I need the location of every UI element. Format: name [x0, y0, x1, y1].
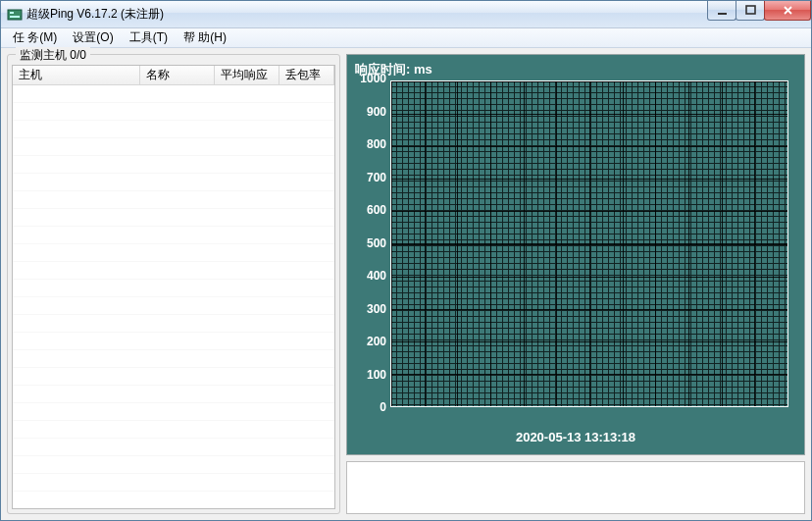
y-tick: 600: [367, 203, 386, 217]
right-stack: 响应时间: ms 1000 900 800 700 600 500 400 30…: [346, 54, 805, 514]
menu-help[interactable]: 帮 助(H): [176, 27, 234, 48]
chart-body: 1000 900 800 700 600 500 400 300 200 100…: [355, 78, 792, 421]
y-tick: 900: [367, 105, 386, 119]
svg-rect-2: [10, 16, 20, 18]
col-avg[interactable]: 平均响应: [215, 66, 279, 84]
y-tick: 700: [367, 171, 386, 184]
chart-title: 响应时间: ms: [355, 61, 796, 78]
maximize-button[interactable]: [736, 1, 765, 21]
menu-settings[interactable]: 设置(O): [65, 27, 121, 48]
app-icon: [7, 7, 23, 23]
host-listview[interactable]: 主机 名称 平均响应 丢包率: [12, 65, 335, 509]
y-tick: 800: [367, 137, 386, 151]
svg-rect-4: [746, 6, 755, 14]
svg-rect-1: [10, 12, 14, 14]
svg-rect-3: [718, 13, 727, 15]
titlebar[interactable]: 超级Ping V6.17.2 (未注册): [1, 1, 811, 28]
svg-rect-0: [8, 10, 22, 20]
y-tick: 200: [367, 335, 386, 348]
app-window: 超级Ping V6.17.2 (未注册) 任 务(M) 设置(O) 工具(T) …: [0, 0, 812, 521]
client-area: 监测主机 0/0 主机 名称 平均响应 丢包率 响应时间: ms 1000 90…: [1, 48, 811, 520]
col-name[interactable]: 名称: [140, 66, 215, 84]
minimize-button[interactable]: [707, 1, 736, 21]
col-loss[interactable]: 丢包率: [279, 66, 334, 84]
menu-tools[interactable]: 工具(T): [122, 27, 176, 48]
host-list-body[interactable]: [13, 85, 334, 508]
col-host[interactable]: 主机: [13, 66, 140, 84]
y-tick: 100: [367, 368, 386, 382]
menubar: 任 务(M) 设置(O) 工具(T) 帮 助(H): [1, 28, 811, 48]
host-groupbox-legend: 监测主机 0/0: [16, 47, 90, 64]
y-tick: 1000: [360, 72, 386, 85]
y-tick: 500: [367, 236, 386, 250]
y-tick: 400: [367, 269, 386, 283]
log-panel[interactable]: [346, 461, 805, 514]
chart-y-ticks: 1000 900 800 700 600 500 400 300 200 100…: [355, 78, 388, 407]
y-tick: 300: [367, 302, 386, 316]
window-buttons: [708, 1, 811, 21]
host-list-header: 主机 名称 平均响应 丢包率: [13, 66, 334, 85]
menu-task[interactable]: 任 务(M): [5, 27, 65, 48]
chart-x-label: 2020-05-13 13:13:18: [347, 430, 804, 444]
y-tick: 0: [380, 400, 386, 414]
close-icon: [783, 5, 793, 16]
minimize-icon: [717, 5, 728, 16]
window-title: 超级Ping V6.17.2 (未注册): [26, 6, 164, 23]
chart-panel: 响应时间: ms 1000 900 800 700 600 500 400 30…: [346, 54, 805, 455]
close-button[interactable]: [764, 1, 811, 21]
chart-plot-area[interactable]: [390, 80, 788, 407]
maximize-icon: [745, 5, 756, 16]
host-groupbox: 监测主机 0/0 主机 名称 平均响应 丢包率: [7, 54, 340, 514]
